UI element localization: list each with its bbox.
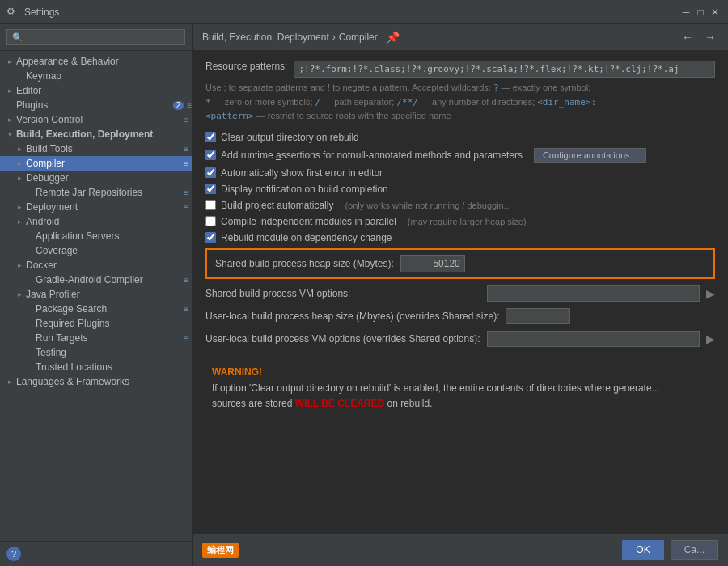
- main-content: ▸ Appearance & Behavior Keymap ▸ Editor …: [0, 24, 728, 566]
- sidebar-item-build-tools[interactable]: ▸ Build Tools ≡: [0, 142, 192, 156]
- sidebar-item-debugger[interactable]: ▸ Debugger: [0, 171, 192, 185]
- deployment-indicator-icon: ≡: [184, 203, 188, 212]
- checkbox-build-automatically: Build project automatically (only works …: [205, 200, 715, 211]
- sidebar-item-label: Required Plugins: [36, 318, 192, 329]
- sidebar-item-label: Languages & Frameworks: [16, 376, 192, 387]
- panel-nav: ← →: [679, 31, 718, 44]
- watermark-area: 编程网: [202, 543, 616, 558]
- sidebar-item-gradle-android-compiler[interactable]: Gradle-Android Compiler ≡: [0, 272, 192, 287]
- add-runtime-checkbox[interactable]: [205, 150, 216, 160]
- build-tools-indicator-icon: ≡: [184, 145, 188, 154]
- package-search-indicator-icon: ≡: [184, 305, 188, 314]
- forward-button[interactable]: →: [702, 31, 718, 44]
- sidebar-item-trusted-locations[interactable]: Trusted Locations: [0, 360, 192, 374]
- sidebar-item-testing[interactable]: Testing: [0, 345, 192, 360]
- sidebar-item-keymap[interactable]: Keymap: [0, 69, 192, 83]
- sidebar-item-label: Gradle-Android Compiler: [36, 274, 184, 285]
- clear-output-checkbox[interactable]: [205, 132, 216, 142]
- user-vm-row: User-local build process VM options (ove…: [205, 331, 715, 347]
- sidebar-item-label: Remote Jar Repositories: [36, 187, 184, 198]
- rebuild-module-checkbox[interactable]: [205, 232, 216, 243]
- minimize-button[interactable]: ─: [679, 6, 692, 19]
- sidebar-item-label: Build Tools: [26, 143, 184, 154]
- sidebar-item-languages-frameworks[interactable]: ▸ Languages & Frameworks: [0, 374, 192, 389]
- help-button[interactable]: ?: [6, 547, 21, 561]
- sidebar-item-remote-jar-repositories[interactable]: Remote Jar Repositories ≡: [0, 185, 192, 200]
- sidebar-item-label: Android: [26, 216, 192, 227]
- search-box: [0, 24, 192, 51]
- warning-highlight: WILL BE CLEARED: [295, 398, 384, 409]
- sidebar-item-run-targets[interactable]: Run Targets ≡: [0, 331, 192, 345]
- user-heap-input[interactable]: [506, 308, 570, 324]
- right-panel: Build, Execution, Deployment › Compiler …: [193, 24, 728, 566]
- app-icon: ⚙: [6, 6, 19, 19]
- sidebar-item-coverage[interactable]: Coverage: [0, 243, 192, 258]
- breadcrumb: Build, Execution, Deployment › Compiler …: [202, 31, 400, 44]
- sidebar-item-build-execution-deployment[interactable]: ▾ Build, Execution, Deployment: [0, 127, 192, 142]
- plugins-indicator-icon: ≡: [187, 101, 192, 110]
- sidebar-item-compiler[interactable]: ▸ Compiler ≡: [0, 156, 192, 171]
- sidebar-item-docker[interactable]: ▸ Docker: [0, 258, 192, 272]
- close-button[interactable]: ✕: [709, 6, 722, 19]
- settings-window: ⚙ Settings ─ □ ✕ ▸ Appearance & Behavior: [0, 0, 728, 566]
- window-title: Settings: [24, 6, 679, 18]
- arrow-icon: ▸: [13, 218, 26, 226]
- sidebar-item-editor[interactable]: ▸ Editor: [0, 83, 192, 98]
- sidebar-item-label: Debugger: [26, 172, 192, 184]
- sidebar-item-label: Java Profiler: [26, 289, 192, 300]
- heap-size-label: Shared build process heap size (Mbytes):: [215, 258, 394, 269]
- compile-independent-note: (may require larger heap size): [408, 217, 527, 226]
- vm-options-input[interactable]: [487, 285, 700, 302]
- heap-size-input[interactable]: [400, 255, 465, 272]
- resource-patterns-help-text3: <pattern> — restrict to source roots wit…: [205, 111, 451, 120]
- user-vm-label: User-local build process VM options (ove…: [205, 333, 480, 344]
- gradle-indicator-icon: ≡: [184, 276, 188, 285]
- resource-patterns-input[interactable]: [294, 61, 715, 78]
- sidebar-item-appearance-behavior[interactable]: ▸ Appearance & Behavior: [0, 54, 192, 69]
- user-heap-row: User-local build process heap size (Mbyt…: [205, 308, 715, 324]
- maximize-button[interactable]: □: [694, 6, 707, 19]
- build-automatically-checkbox[interactable]: [205, 200, 216, 210]
- sidebar-item-version-control[interactable]: ▸ Version Control ≡: [0, 112, 192, 127]
- resource-patterns-section: Resource patterns: Use ; to separate pat…: [205, 61, 715, 124]
- compile-independent-checkbox[interactable]: [205, 216, 216, 226]
- sidebar-item-deployment[interactable]: ▸ Deployment ≡: [0, 200, 192, 214]
- compile-independent-label: Compile independent modules in parallel: [221, 216, 396, 227]
- display-notification-label: Display notification on build completion: [221, 184, 388, 195]
- sidebar-item-package-search[interactable]: Package Search ≡: [0, 302, 192, 316]
- add-runtime-label: Add runtime assertions for notnull-annot…: [221, 150, 523, 161]
- sidebar-item-label: Build, Execution, Deployment: [16, 129, 192, 140]
- warning-section: WARNING! If option 'Clear output directo…: [205, 360, 715, 418]
- search-input[interactable]: [6, 29, 185, 45]
- resource-patterns-row: Resource patterns:: [205, 61, 715, 78]
- sidebar-item-required-plugins[interactable]: Required Plugins: [0, 316, 192, 331]
- sidebar-item-label: Keymap: [26, 70, 192, 82]
- ok-button[interactable]: OK: [622, 540, 663, 560]
- arrow-icon: ▸: [3, 116, 16, 124]
- show-first-error-label: Automatically show first error in editor: [221, 167, 383, 179]
- vm-options-label: Shared build process VM options:: [205, 288, 480, 299]
- sidebar-item-java-profiler[interactable]: ▸ Java Profiler: [0, 287, 192, 302]
- checkbox-compile-independent: Compile independent modules in parallel …: [205, 216, 715, 227]
- arrow-icon: ▸: [3, 57, 16, 65]
- configure-annotations-button[interactable]: Configure annotations...: [534, 148, 646, 163]
- vm-options-expand-icon[interactable]: ▶: [706, 287, 715, 300]
- sidebar-item-label: Compiler: [26, 158, 184, 169]
- sidebar-item-android[interactable]: ▸ Android: [0, 214, 192, 229]
- breadcrumb-sep: ›: [332, 32, 336, 43]
- breadcrumb-pin-icon: 📌: [386, 31, 400, 44]
- display-notification-checkbox[interactable]: [205, 184, 216, 194]
- show-first-error-checkbox[interactable]: [205, 167, 216, 178]
- sidebar-item-application-servers[interactable]: Application Servers: [0, 229, 192, 243]
- back-button[interactable]: ←: [679, 31, 696, 44]
- cancel-button[interactable]: Ca...: [671, 540, 718, 560]
- arrow-icon: ▸: [13, 174, 26, 182]
- user-vm-input[interactable]: [487, 331, 700, 347]
- panel-header: Build, Execution, Deployment › Compiler …: [193, 24, 728, 51]
- user-heap-label: User-local build process heap size (Mbyt…: [205, 310, 499, 322]
- warning-text-line2: sources are stored WILL BE CLEARED on re…: [212, 398, 433, 409]
- sidebar-item-plugins[interactable]: Plugins 2 ≡: [0, 98, 192, 112]
- user-vm-expand-icon[interactable]: ▶: [706, 332, 715, 345]
- arrow-icon: ▸: [3, 378, 16, 386]
- resource-patterns-label: Resource patterns:: [205, 61, 287, 72]
